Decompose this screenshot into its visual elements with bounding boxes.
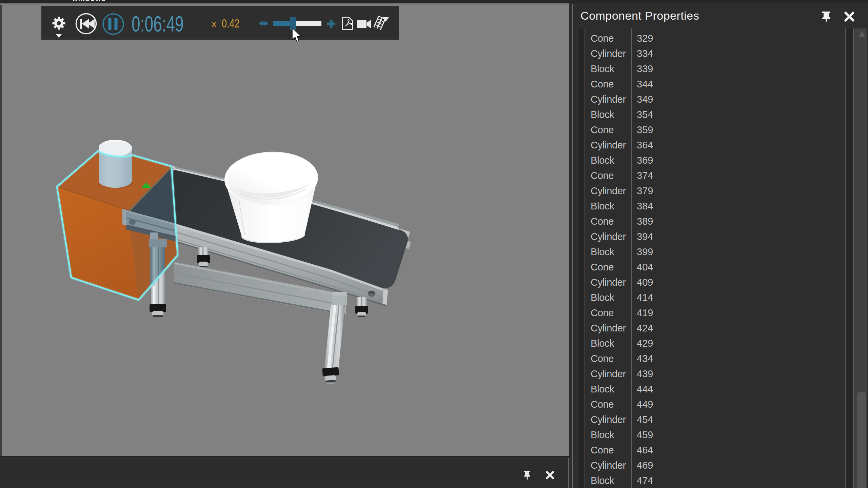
svg-text:x: x (212, 18, 217, 29)
svg-text:0:06:49: 0:06:49 (132, 12, 184, 36)
svg-text:0.42: 0.42 (222, 17, 239, 30)
